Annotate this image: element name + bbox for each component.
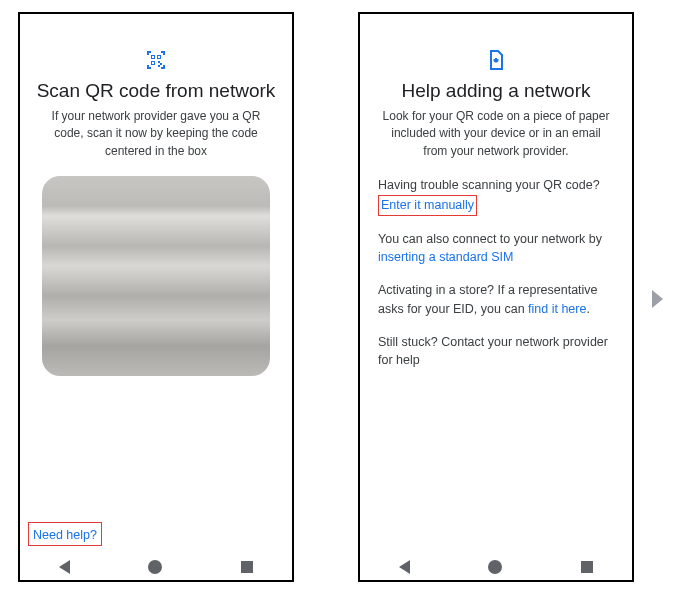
text: Having trouble scanning your QR code? — [378, 178, 600, 192]
insert-sim-link[interactable]: inserting a standard SIM — [378, 250, 514, 264]
camera-preview — [42, 176, 270, 376]
page-title: Help adding a network — [376, 80, 616, 102]
highlight-box: Enter it manually — [378, 195, 477, 216]
back-button[interactable] — [59, 560, 70, 574]
screen-content: Scan QR code from network If your networ… — [20, 14, 292, 552]
icon-row — [36, 48, 276, 72]
page-subtitle: Look for your QR code on a piece of pape… — [376, 108, 616, 160]
qr-scan-icon — [144, 48, 168, 72]
android-navbar — [360, 552, 632, 582]
enter-manually-link[interactable]: Enter it manually — [381, 198, 474, 212]
sim-download-icon — [484, 48, 508, 72]
android-navbar — [20, 552, 292, 582]
back-button[interactable] — [399, 560, 410, 574]
page-title: Scan QR code from network — [36, 80, 276, 102]
highlight-box: Need help? — [28, 522, 102, 546]
text: . — [586, 302, 589, 316]
text: You can also connect to your network by — [378, 232, 602, 246]
paragraph-eid: Activating in a store? If a representati… — [376, 281, 616, 319]
need-help-region: Need help? — [28, 522, 284, 546]
phone-screen-help-adding-network: Help adding a network Look for your QR c… — [358, 12, 634, 582]
paragraph-standard-sim: You can also connect to your network by … — [376, 230, 616, 268]
paragraph-still-stuck: Still stuck? Contact your network provid… — [376, 333, 616, 371]
need-help-link[interactable]: Need help? — [33, 528, 97, 542]
home-button[interactable] — [488, 560, 502, 574]
find-eid-link[interactable]: find it here — [528, 302, 586, 316]
phone-screen-scan-qr: Scan QR code from network If your networ… — [18, 12, 294, 582]
page-subtitle: If your network provider gave you a QR c… — [36, 108, 276, 160]
home-button[interactable] — [148, 560, 162, 574]
next-slide-chevron-icon[interactable] — [652, 290, 663, 308]
paragraph-trouble-scanning: Having trouble scanning your QR code? En… — [376, 176, 616, 216]
recent-apps-button[interactable] — [241, 561, 253, 573]
screen-content: Help adding a network Look for your QR c… — [360, 14, 632, 552]
recent-apps-button[interactable] — [581, 561, 593, 573]
icon-row — [376, 48, 616, 72]
